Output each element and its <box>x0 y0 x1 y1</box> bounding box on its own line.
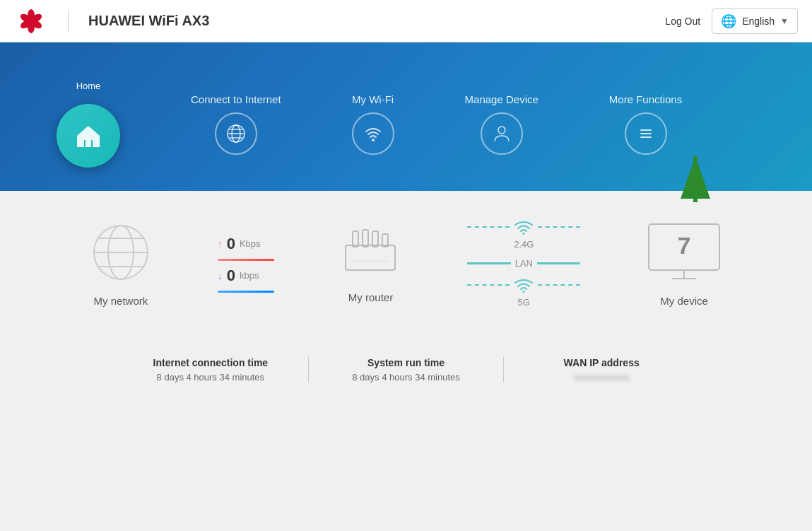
system-time-value: 8 days 4 hours 34 minutes <box>323 372 490 383</box>
svg-text:7: 7 <box>678 232 691 259</box>
speed-down-row: ↓ 0 kbps <box>218 267 274 285</box>
nav-wifi-icon <box>352 112 394 155</box>
globe-nav-icon <box>225 123 247 144</box>
nav-manage-icon <box>481 112 523 155</box>
speed-widget: ↑ 0 Kbps ↓ 0 kbps <box>218 235 274 293</box>
device-label: My device <box>660 295 708 307</box>
wifi-5g-icon <box>514 277 534 293</box>
green-arrow-icon <box>671 146 720 209</box>
nav-connect-icon <box>215 112 257 155</box>
conn-lan-line-right <box>537 262 580 264</box>
header-divider <box>68 11 69 32</box>
svg-point-13 <box>498 127 505 134</box>
svg-rect-27 <box>372 231 378 247</box>
nav-wifi-label: My Wi-Fi <box>352 93 394 105</box>
svg-rect-26 <box>363 230 368 247</box>
conn-24g-label: 2.4G <box>514 239 534 250</box>
nav-item-wifi[interactable]: My Wi-Fi <box>338 86 408 162</box>
nav-manage-label: Manage Device <box>465 93 539 105</box>
language-globe-icon: 🌐 <box>721 13 736 29</box>
conn-lan-label: LAN <box>515 258 533 269</box>
connections-widget: 2.4G LAN 5G <box>467 219 580 308</box>
chevron-down-icon: ▼ <box>780 16 789 26</box>
svg-rect-25 <box>353 231 358 247</box>
nav-item-manage-device[interactable]: Manage Device <box>451 86 553 162</box>
wifi-24g-icon <box>514 219 534 235</box>
svg-rect-24 <box>346 245 395 270</box>
internet-time-item: Internet connection time 8 days 4 hours … <box>113 357 309 383</box>
nav-home-label: Home <box>76 81 101 91</box>
conn-24g-dots-left <box>467 226 510 228</box>
arrow-container <box>671 146 720 212</box>
home-icon-circle <box>57 104 120 168</box>
nav-bar: Home Connect to Internet M <box>0 42 812 191</box>
nav-more-icon <box>625 112 667 155</box>
status-bar: Internet connection time 8 days 4 hours … <box>42 343 770 397</box>
device-widget[interactable]: 7 My device <box>645 221 723 307</box>
nav-item-connect[interactable]: Connect to Internet <box>177 86 295 162</box>
person-nav-icon <box>491 123 512 144</box>
logo-area: HUAWEI WiFi AX3 <box>14 8 209 34</box>
network-widget[interactable]: My network <box>89 221 153 307</box>
conn-lan-line-left <box>467 262 510 264</box>
speed-down-bar <box>218 291 274 293</box>
logout-button[interactable]: Log Out <box>665 16 700 27</box>
svg-rect-6 <box>86 140 91 147</box>
nav-more-label: More Functions <box>609 93 682 105</box>
brand-title: HUAWEI WiFi AX3 <box>88 13 209 29</box>
monitor-icon: 7 <box>645 221 723 284</box>
nav-item-home[interactable]: Home <box>42 74 134 175</box>
home-icon <box>74 122 102 150</box>
wan-ip-item: WAN IP address ●●●●●●●●●● <box>504 357 699 383</box>
speed-up-unit: Kbps <box>240 238 261 249</box>
menu-nav-icon <box>635 123 657 144</box>
main-content: My network ↑ 0 Kbps ↓ 0 kbps <box>0 191 812 531</box>
dashboard-row: My network ↑ 0 Kbps ↓ 0 kbps <box>42 219 770 308</box>
speed-down-arrow-icon: ↓ <box>218 270 223 281</box>
huawei-logo-icon <box>14 8 48 34</box>
conn-5g-dots-left <box>467 284 510 286</box>
internet-time-value: 8 days 4 hours 34 minutes <box>127 372 294 383</box>
svg-point-30 <box>523 233 525 235</box>
wan-ip-value: ●●●●●●●●●● <box>518 372 685 383</box>
speed-down-unit: kbps <box>240 270 259 281</box>
network-label: My network <box>94 295 148 307</box>
wan-ip-title: WAN IP address <box>518 357 685 368</box>
header-right: Log Out 🌐 English ▼ <box>665 8 798 34</box>
language-text: English <box>742 16 775 27</box>
system-time-title: System run time <box>323 357 490 368</box>
header: HUAWEI WiFi AX3 Log Out 🌐 English ▼ <box>0 0 812 42</box>
wifi-nav-icon <box>363 123 384 144</box>
svg-point-31 <box>523 291 525 293</box>
speed-up-value: 0 <box>227 235 235 253</box>
conn-5g-dots-right <box>538 284 580 286</box>
conn-24g-row <box>467 219 580 235</box>
router-widget[interactable]: My router <box>339 224 402 303</box>
conn-24g-dots-right <box>538 226 580 228</box>
network-globe-icon <box>89 221 153 284</box>
nav-items-group: Connect to Internet My Wi-Fi <box>177 86 696 162</box>
speed-up-bar <box>218 259 274 261</box>
conn-5g-row <box>467 277 580 293</box>
internet-time-title: Internet connection time <box>127 357 294 368</box>
speed-up-row: ↑ 0 Kbps <box>218 235 274 253</box>
system-time-item: System run time 8 days 4 hours 34 minute… <box>309 357 505 383</box>
router-label: My router <box>348 291 393 303</box>
conn-5g-label: 5G <box>518 297 530 308</box>
speed-down-value: 0 <box>227 267 235 285</box>
router-icon <box>339 224 402 281</box>
svg-point-12 <box>372 139 375 141</box>
nav-connect-label: Connect to Internet <box>191 93 281 105</box>
speed-up-arrow-icon: ↑ <box>218 238 223 250</box>
language-selector[interactable]: 🌐 English ▼ <box>712 8 798 34</box>
conn-lan-row: LAN <box>467 258 580 269</box>
